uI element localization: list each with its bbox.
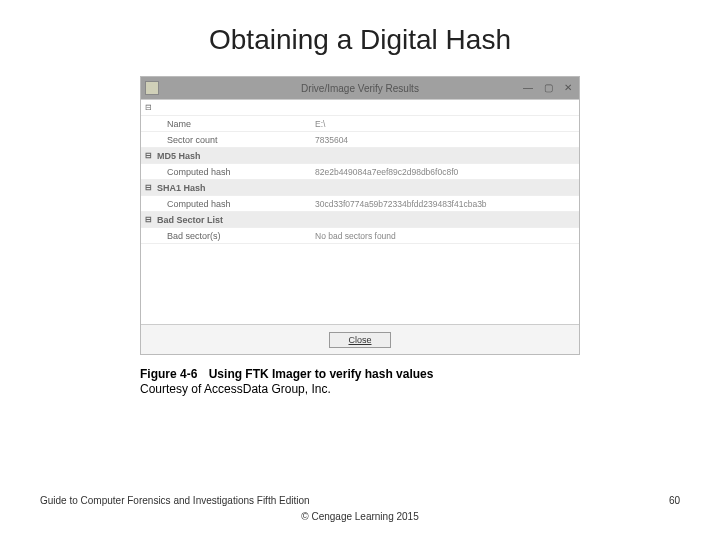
tree-root-row: ⊟ (141, 100, 579, 116)
name-label: Name (165, 119, 315, 129)
close-button[interactable]: Close (329, 332, 390, 348)
bad-sector-label: Bad sector(s) (165, 231, 315, 241)
md5-computed-label: Computed hash (165, 167, 315, 177)
minimize-icon[interactable]: — (521, 80, 535, 94)
window-controls: — ▢ ✕ (521, 80, 575, 94)
bad-sector-value: No bad sectors found (315, 231, 579, 241)
name-value: E:\ (315, 119, 579, 129)
sha1-computed-label: Computed hash (165, 199, 315, 209)
bad-sector-header-row: ⊟ Bad Sector List (141, 212, 579, 228)
page-number: 60 (669, 495, 680, 506)
verify-results-window: Drive/Image Verify Results — ▢ ✕ ⊟ Name … (140, 76, 580, 355)
sha1-header-row: ⊟ SHA1 Hash (141, 180, 579, 196)
footer-copyright: © Cengage Learning 2015 (0, 511, 720, 522)
sha1-computed-value: 30cd33f0774a59b72334bfdd239483f41cba3b (315, 199, 579, 209)
md5-computed-value: 82e2b449084a7eef89c2d98db6f0c8f0 (315, 167, 579, 177)
sha1-computed-row: Computed hash 30cd33f0774a59b72334bfdd23… (141, 196, 579, 212)
window-titlebar: Drive/Image Verify Results — ▢ ✕ (141, 77, 579, 99)
expander-icon[interactable]: ⊟ (141, 103, 155, 112)
sector-count-value: 7835604 (315, 135, 579, 145)
sector-count-label: Sector count (165, 135, 315, 145)
md5-computed-row: Computed hash 82e2b449084a7eef89c2d98db6… (141, 164, 579, 180)
close-icon[interactable]: ✕ (561, 80, 575, 94)
empty-space (141, 244, 579, 324)
footer-book-title: Guide to Computer Forensics and Investig… (40, 495, 310, 506)
md5-header: MD5 Hash (155, 151, 305, 161)
figure-courtesy: Courtesy of AccessData Group, Inc. (140, 382, 580, 396)
expander-icon[interactable]: ⊟ (141, 215, 155, 224)
window-title: Drive/Image Verify Results (141, 83, 579, 94)
results-tree: ⊟ Name E:\ Sector count 7835604 ⊟ MD5 Ha… (141, 99, 579, 324)
figure-text: Using FTK Imager to verify hash values (209, 367, 434, 381)
expander-icon[interactable]: ⊟ (141, 183, 155, 192)
bad-sector-row: Bad sector(s) No bad sectors found (141, 228, 579, 244)
md5-header-row: ⊟ MD5 Hash (141, 148, 579, 164)
bad-sector-header: Bad Sector List (155, 215, 305, 225)
sector-row: Sector count 7835604 (141, 132, 579, 148)
sha1-header: SHA1 Hash (155, 183, 305, 193)
slide-title: Obtaining a Digital Hash (0, 0, 720, 76)
expander-icon[interactable]: ⊟ (141, 151, 155, 160)
name-row: Name E:\ (141, 116, 579, 132)
figure-caption: Figure 4-6 Using FTK Imager to verify ha… (140, 367, 580, 396)
figure-label: Figure 4-6 (140, 367, 197, 381)
maximize-icon[interactable]: ▢ (541, 80, 555, 94)
figure-container: Drive/Image Verify Results — ▢ ✕ ⊟ Name … (140, 76, 580, 396)
button-bar: Close (141, 324, 579, 354)
